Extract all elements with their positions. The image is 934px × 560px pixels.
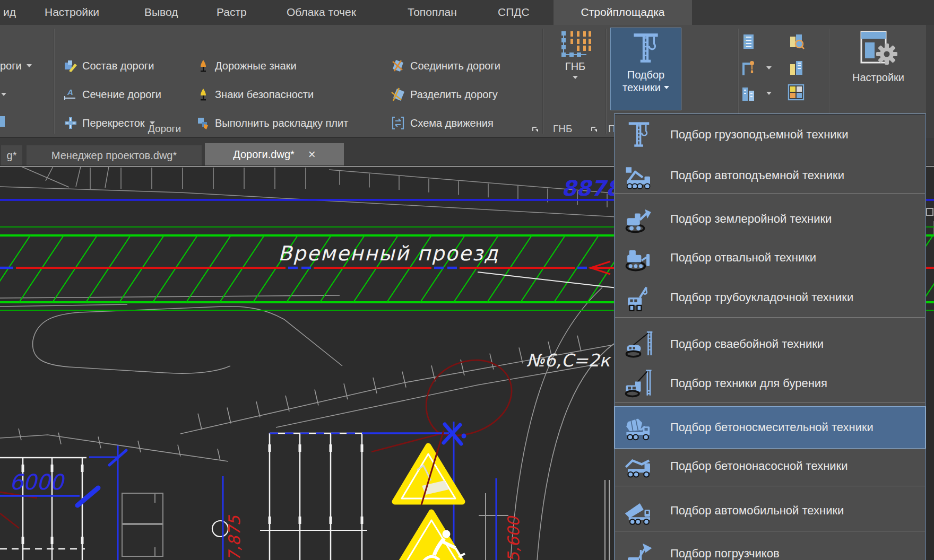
- split-road-icon: [391, 87, 405, 102]
- dropdown-item-label: Подбор техники для бурения: [670, 377, 827, 390]
- gnb-button-label: ГНБ: [565, 60, 585, 73]
- equipment-button-line2: техники: [622, 81, 661, 94]
- equipment-selection-button[interactable]: Подбор техники: [610, 28, 681, 110]
- traffic-scheme-label: Схема движения: [410, 117, 494, 129]
- split-road-label: Разделить дорогу: [410, 89, 498, 101]
- mixer-truck-icon: [624, 412, 654, 443]
- split-road-button[interactable]: Разделить дорогу: [391, 86, 498, 102]
- dropdown-separator: [615, 402, 925, 402]
- gnb-panel-title: ГНБ: [553, 123, 572, 135]
- panel-divider: [54, 29, 54, 134]
- road-sign-icon: [196, 59, 210, 73]
- safety-signs-button[interactable]: Знаки безопасности: [196, 86, 314, 102]
- dropdown-item-concrete-mixer-equipment[interactable]: Подбор бетоносмесительной техники: [615, 406, 926, 449]
- menu-item-topoplan[interactable]: Топоплан: [408, 6, 457, 19]
- join-roads-label: Соединить дороги: [410, 60, 500, 72]
- chevron-down-icon: [1, 93, 6, 96]
- chevron-down-icon[interactable]: [766, 66, 772, 69]
- buildings-icon[interactable]: [741, 85, 757, 102]
- menu-item-view-partial[interactable]: ид: [3, 6, 16, 19]
- tower-crane-icon: [628, 28, 663, 68]
- menu-item-raster[interactable]: Растр: [217, 6, 247, 19]
- menu-item-output[interactable]: Вывод: [144, 6, 178, 19]
- road-signs-label: Дорожные знаки: [215, 60, 297, 72]
- panel-divider: [542, 29, 543, 134]
- chevron-down-icon: [27, 64, 32, 67]
- menu-tab-label: Стройплощадка: [554, 6, 692, 19]
- warning-sign-machinery: [395, 446, 462, 502]
- road-section-button[interactable]: А Сечение дороги: [64, 86, 161, 102]
- dropdown-item-loaders[interactable]: Подбор погрузчиков: [615, 536, 925, 560]
- dropdown-item-auto-lift-equipment[interactable]: Подбор автоподъемной техники: [615, 158, 925, 193]
- equipment-button-line2-wrap: техники: [622, 81, 669, 94]
- dropdown-item-piledriver-equipment[interactable]: Подбор сваебойной техники: [615, 327, 925, 362]
- slab-layout-label: Выполнить раскладку плит: [215, 117, 348, 129]
- excavator-icon: [624, 204, 654, 234]
- traffic-scheme-button[interactable]: Схема движения: [391, 115, 494, 131]
- warning-sign-digging: [397, 512, 466, 560]
- equipment-selection-dropdown: Подбор грузоподъемной техники Подбор авт…: [614, 113, 926, 560]
- dropdown-separator: [615, 193, 925, 194]
- ribbon-partial-label: роги: [0, 60, 22, 72]
- menu-tab-construction-site[interactable]: Стройплощадка: [554, 0, 692, 25]
- dropdown-item-label: Подбор сваебойной техники: [670, 337, 824, 351]
- close-icon[interactable]: ×: [308, 147, 316, 162]
- dropdown-item-lifting-equipment[interactable]: Подбор грузоподъемной техники: [615, 117, 925, 152]
- bulldozer-icon: [624, 242, 654, 273]
- crane-point-icon[interactable]: [741, 59, 757, 76]
- dropdown-item-earthmoving-equipment[interactable]: Подбор землеройной техники: [615, 202, 925, 237]
- tab-label: Менеджер проектов.dwg*: [51, 150, 177, 162]
- dropdown-separator: [615, 531, 925, 531]
- dropdown-item-label: Подбор трубоукладочной техники: [670, 291, 853, 304]
- dropdown-item-label: Подбор автомобильной техники: [670, 504, 844, 518]
- chevron-down-icon[interactable]: [766, 92, 772, 95]
- settings-gear-icon: [857, 29, 900, 71]
- ribbon-partial-button[interactable]: роги: [0, 58, 32, 74]
- pump-truck-icon: [624, 451, 654, 482]
- road-composition-icon: [64, 59, 77, 73]
- dropdown-item-label: Подбор грузоподъемной техники: [670, 128, 849, 142]
- road-section-icon: А: [64, 88, 77, 101]
- dropdown-item-dozer-equipment[interactable]: Подбор отвальной техники: [615, 240, 925, 275]
- gear-icon: [876, 43, 897, 65]
- list-icon[interactable]: [742, 34, 757, 50]
- dump-truck-icon: [624, 495, 654, 526]
- ribbon-partial-button-2[interactable]: [1, 86, 6, 102]
- menu-item-spds[interactable]: СПДС: [498, 6, 530, 19]
- slab-layout-button[interactable]: Выполнить раскладку плит: [196, 115, 348, 131]
- tower-crane-icon: [624, 119, 654, 150]
- building-search-icon[interactable]: [789, 33, 805, 50]
- note-label: №6,С=2к: [526, 350, 610, 371]
- slab-layout-icon: [196, 116, 210, 130]
- menu-item-settings[interactable]: Настройки: [45, 6, 99, 19]
- road-composition-button[interactable]: Состав дороги: [64, 58, 154, 74]
- join-roads-button[interactable]: Соединить дороги: [391, 58, 500, 74]
- cad-application-window: ид Настройки Вывод Растр Облака точек То…: [0, 0, 934, 560]
- road-composition-label: Состав дороги: [82, 60, 154, 72]
- dropdown-item-label: Подбор отвальной техники: [670, 251, 816, 265]
- white-edge-line: [478, 272, 626, 289]
- document-tab-partial[interactable]: g*: [1, 145, 22, 165]
- dropdown-item-drilling-equipment[interactable]: Подбор техники для бурения: [615, 366, 925, 401]
- tab-label: g*: [7, 150, 17, 162]
- dropdown-item-concrete-pump-equipment[interactable]: Подбор бетононасосной техники: [615, 449, 925, 484]
- menu-item-point-clouds[interactable]: Облака точек: [287, 6, 356, 19]
- panel-expand-icon[interactable]: [591, 126, 598, 133]
- document-tab-roads-active[interactable]: Дороги.dwg* ×: [205, 143, 344, 165]
- building-icon[interactable]: [789, 59, 805, 76]
- ribbon-right-strip: [926, 25, 934, 138]
- gnb-button[interactable]: ГНБ: [549, 29, 602, 109]
- dropdown-item-label: Подбор автоподъемной техники: [670, 169, 844, 182]
- dropdown-item-automobile-equipment[interactable]: Подбор автомобильной техники: [615, 493, 925, 528]
- loader-icon: [624, 538, 654, 560]
- settings-button[interactable]: Настройки: [838, 29, 918, 119]
- road-signs-button[interactable]: Дорожные знаки: [196, 58, 297, 74]
- join-roads-icon: [391, 58, 405, 73]
- panel-expand-icon[interactable]: [532, 126, 539, 133]
- dropdown-item-pipelayer-equipment[interactable]: Подбор трубоукладочной техники: [615, 280, 925, 315]
- layout-grid-icon[interactable]: [788, 84, 805, 101]
- roads-panel-title: Дороги: [133, 123, 196, 135]
- document-tab-project-manager[interactable]: Менеджер проектов.dwg*: [27, 145, 202, 165]
- tab-label: Дороги.dwg*: [233, 148, 295, 161]
- menu-bar: ид Настройки Вывод Растр Облака точек То…: [0, 0, 934, 25]
